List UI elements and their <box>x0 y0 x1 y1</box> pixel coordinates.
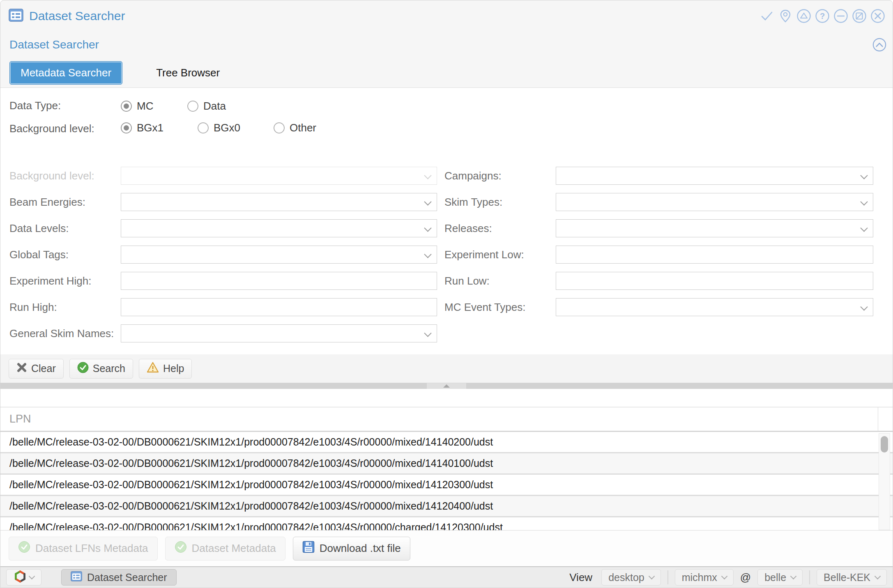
skim-types-combo[interactable] <box>556 193 873 211</box>
view-selector[interactable]: desktop <box>601 569 661 586</box>
user-selector[interactable]: michmx <box>675 569 734 586</box>
maximize-disabled-circle-icon[interactable] <box>852 9 867 23</box>
results-toolbar: Dataset LFNs Metadata Dataset Metadata D… <box>0 530 893 566</box>
tab-tree-browser[interactable]: Tree Browser <box>156 67 220 79</box>
titlebar: Dataset Searcher ? <box>0 0 893 32</box>
chevron-down-icon <box>790 573 797 580</box>
floppy-disk-icon <box>302 541 315 556</box>
experiment-low-label: Experiment Low: <box>437 248 556 261</box>
table-row[interactable]: /belle/MC/release-03-02-00/DB0000621/SKI… <box>0 496 893 517</box>
window-title: Dataset Searcher <box>29 9 125 23</box>
background-level-combo[interactable] <box>121 167 437 185</box>
radio-mc-circle[interactable] <box>121 101 132 112</box>
search-button[interactable]: Search <box>69 359 133 379</box>
radio-other[interactable]: Other <box>274 122 316 134</box>
radio-bgx0-circle[interactable] <box>198 122 209 133</box>
search-form: Data Type: MC Data Background level: BGx… <box>0 87 893 354</box>
taskbar-divider <box>809 570 810 584</box>
chevron-down-icon <box>648 573 655 580</box>
splitter-bar[interactable] <box>0 383 893 389</box>
campaigns-combo[interactable] <box>556 167 873 185</box>
svg-text:?: ? <box>820 11 825 21</box>
start-menu-button[interactable] <box>6 569 41 586</box>
site-selector[interactable]: Belle-KEK <box>817 569 887 586</box>
app-window-icon <box>71 571 82 584</box>
data-type-label: Data Type: <box>9 99 121 113</box>
data-levels-label: Data Levels: <box>9 222 121 235</box>
mc-event-types-label: MC Event Types: <box>437 301 556 314</box>
background-level-radio-group: Background level: BGx1 BGx0 Other <box>9 117 884 157</box>
chevron-down-icon <box>28 573 35 580</box>
dataset-searcher-window: Dataset Searcher ? <box>0 0 893 588</box>
results-table: LPN /belle/MC/release-03-02-00/DB0000621… <box>0 407 893 530</box>
run-low-label: Run Low: <box>437 275 556 287</box>
radio-bgx1[interactable]: BGx1 <box>121 122 198 134</box>
beam-energies-combo[interactable] <box>121 193 437 211</box>
close-circle-icon[interactable] <box>870 9 885 23</box>
table-row[interactable]: /belle/MC/release-03-02-00/DB0000621/SKI… <box>0 517 893 530</box>
panel-collapse-icon[interactable] <box>872 37 887 52</box>
taskbar-divider <box>667 570 668 584</box>
dataset-lfns-metadata-button[interactable]: Dataset LFNs Metadata <box>9 537 158 560</box>
radio-bgx1-circle[interactable] <box>121 122 132 133</box>
help-button[interactable]: Help <box>139 359 192 379</box>
mc-event-types-combo[interactable] <box>556 298 873 316</box>
group-selector[interactable]: belle <box>757 569 803 586</box>
radio-data-circle[interactable] <box>187 101 198 112</box>
taskbar: Dataset Searcher View desktop michmx @ b… <box>0 566 893 588</box>
experiment-high-field[interactable] <box>121 272 437 290</box>
search-check-icon <box>77 362 89 376</box>
check-icon[interactable] <box>760 9 774 23</box>
dirac-hexagon-logo-icon <box>14 570 26 584</box>
global-tags-label: Global Tags: <box>9 248 121 261</box>
table-row[interactable]: /belle/MC/release-03-02-00/DB0000621/SKI… <box>0 432 893 453</box>
run-high-field[interactable] <box>121 298 437 316</box>
help-warning-icon <box>147 362 159 376</box>
tab-bar: Metadata Searcher Tree Browser <box>0 58 893 87</box>
panel-title: Dataset Searcher <box>9 38 99 51</box>
app-window-icon <box>9 9 23 23</box>
dataset-metadata-button[interactable]: Dataset Metadata <box>165 537 285 560</box>
background-level-label: Background level: <box>9 122 121 136</box>
clear-button[interactable]: Clear <box>9 359 64 379</box>
pin-icon[interactable] <box>778 9 793 23</box>
data-levels-combo[interactable] <box>121 219 437 237</box>
results-panel-gap <box>0 389 893 407</box>
taskbar-app-dataset-searcher[interactable]: Dataset Searcher <box>61 569 177 586</box>
experiment-high-label: Experiment High: <box>9 275 121 287</box>
form-toolbar: Clear Search Help <box>0 354 893 383</box>
background-level-combo-label: Background level: <box>9 170 121 182</box>
table-scrollbar[interactable] <box>879 433 890 530</box>
help-circle-icon[interactable]: ? <box>815 9 830 23</box>
splitter-handle[interactable] <box>427 383 466 389</box>
chevron-down-icon <box>875 573 881 580</box>
radio-mc[interactable]: MC <box>121 100 187 113</box>
run-high-label: Run High: <box>9 301 121 314</box>
global-tags-combo[interactable] <box>121 246 437 264</box>
general-skim-names-label: General Skim Names: <box>9 327 121 340</box>
experiment-low-field[interactable] <box>556 246 873 264</box>
table-scrollbar-thumb[interactable] <box>881 436 888 452</box>
general-skim-names-combo[interactable] <box>121 324 437 342</box>
minimize-circle-icon[interactable] <box>833 9 848 23</box>
at-sign: @ <box>740 571 751 584</box>
field-grid: Background level: Campaigns: Beam Energi… <box>9 163 884 347</box>
check-circle-disabled-icon <box>175 541 187 556</box>
chevron-down-icon <box>721 573 728 580</box>
beam-energies-label: Beam Energies: <box>9 196 121 209</box>
view-label: View <box>569 571 592 584</box>
radio-bgx0[interactable]: BGx0 <box>198 122 274 134</box>
skim-types-label: Skim Types: <box>437 196 556 209</box>
tab-metadata-searcher[interactable]: Metadata Searcher <box>9 61 122 85</box>
download-txt-button[interactable]: Download .txt file <box>293 537 410 560</box>
collapse-up-circle-icon[interactable] <box>796 9 811 23</box>
run-low-field[interactable] <box>556 272 873 290</box>
lpn-column-header[interactable]: LPN <box>0 407 893 432</box>
releases-combo[interactable] <box>556 219 873 237</box>
radio-other-circle[interactable] <box>274 122 285 133</box>
table-row[interactable]: /belle/MC/release-03-02-00/DB0000621/SKI… <box>0 475 893 496</box>
radio-data[interactable]: Data <box>187 100 226 113</box>
panel-header: Dataset Searcher <box>0 32 893 58</box>
table-row[interactable]: /belle/MC/release-03-02-00/DB0000621/SKI… <box>0 453 893 475</box>
clear-x-icon <box>16 362 27 375</box>
